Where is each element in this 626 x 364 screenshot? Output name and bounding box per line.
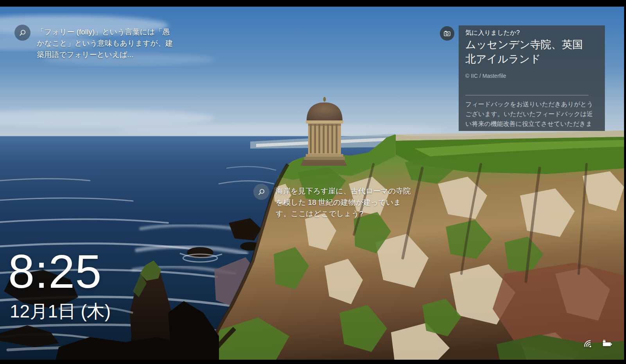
hint-text: 海岸を見下ろす崖に、古代ローマの寺院を模した 18 世紀の建物が建っています。こ… [276,185,415,219]
letterbox-bottom [0,360,626,364]
letterbox-top [0,0,626,7]
hint-text: 「フォリー (folly)」という言葉には「愚かなこと」という意味もありますが、… [37,26,176,60]
wifi-icon [582,339,593,348]
lock-clock: 8:25 12月1日 (木) [8,250,111,321]
camera-icon[interactable] [440,26,454,41]
spotlight-hint-center[interactable]: 海岸を見下ろす崖に、古代ローマの寺院を模した 18 世紀の建物が建っています。こ… [253,184,415,219]
spotlight-hint-topleft[interactable]: 「フォリー (folly)」という言葉には「愚かなこと」という意味もありますが、… [14,25,176,60]
panel-divider [465,95,588,95]
photo-credit: © IIC / Masterfile [465,73,506,79]
lock-screen: 「フォリー (folly)」という言葉には「愚かなこと」という意味もありますが、… [0,0,626,364]
clock-date: 12月1日 (木) [10,301,111,321]
clock-time: 8:25 [8,250,111,292]
spotlight-feedback-panel: 気に入りましたか? ムッセンデン寺院、英国北アイルランド © IIC / Mas… [459,25,605,131]
status-tray [582,339,613,348]
feedback-message: フィードバックをお送りいただきありがとうございます。いただいたフィードバックは近… [465,99,599,130]
spotlight-question: 気に入りましたか? [465,29,520,37]
search-icon[interactable] [253,184,269,200]
letterbox-right [624,0,626,364]
spotlight-location-title: ムッセンデン寺院、英国北アイルランド [465,38,587,66]
battery-charging-icon [601,339,613,348]
search-icon[interactable] [14,25,30,41]
